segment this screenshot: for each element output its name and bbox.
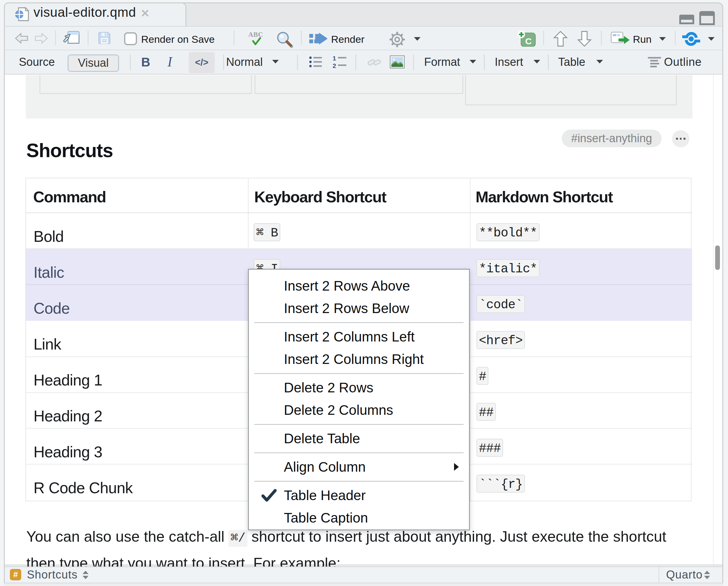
svg-text:C: C	[525, 36, 532, 46]
svg-text:ABC: ABC	[248, 31, 263, 38]
svg-text:2: 2	[333, 62, 336, 69]
svg-text:1: 1	[333, 55, 336, 62]
